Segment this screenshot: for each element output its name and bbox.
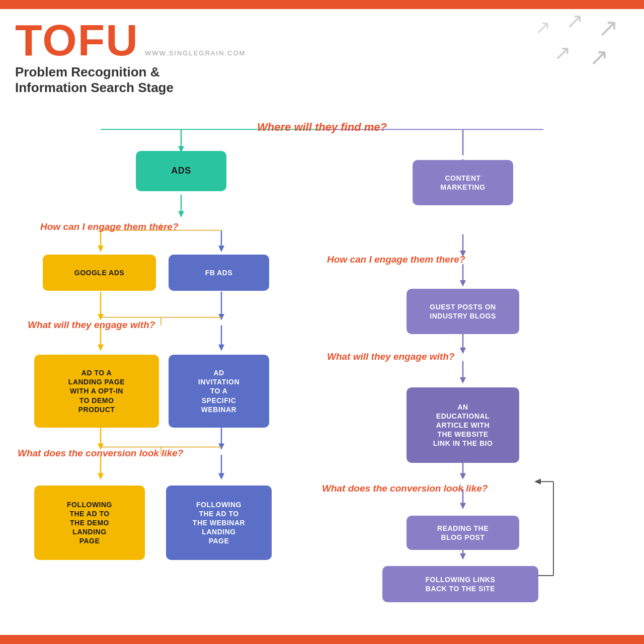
right-q3: What does the conversion look like?: [322, 483, 488, 494]
center-question: Where will they find me?: [257, 121, 387, 134]
demo-landing-box: FOLLOWINGTHE AD TOTHE DEMOLANDINGPAGE: [34, 486, 145, 560]
deco-arrow-3: ↙: [535, 18, 551, 40]
guest-posts-box: GUEST POSTS ONINDUSTRY BLOGS: [407, 289, 519, 334]
demo-landing-label: FOLLOWINGTHE AD TOTHE DEMOLANDINGPAGE: [67, 500, 112, 546]
webinar-landing-label: FOLLOWINGTHE AD TOTHE WEBINARLANDINGPAGE: [193, 500, 245, 546]
svg-marker-9: [98, 246, 104, 252]
top-bar: [0, 0, 644, 9]
left-q3: What does the conversion look like?: [18, 448, 183, 459]
svg-marker-46: [460, 473, 466, 480]
svg-marker-54: [534, 478, 541, 485]
content-marketing-box: CONTENTMARKETING: [413, 160, 513, 205]
svg-marker-50: [460, 553, 466, 560]
svg-marker-48: [460, 503, 466, 509]
ads-label: ADS: [171, 165, 191, 177]
svg-marker-11: [218, 246, 224, 252]
svg-marker-21: [98, 345, 104, 351]
guest-posts-label: GUEST POSTS ONINDUSTRY BLOGS: [430, 302, 496, 320]
webinar-invite-box: ADINVITATIONTO ASPECIFICWEBINAR: [169, 355, 269, 428]
bottom-bar: [0, 635, 644, 644]
tofu-title: TOFU: [15, 18, 139, 62]
svg-marker-17: [218, 314, 224, 320]
deco-arrow-5: ↙: [554, 43, 571, 66]
left-q1: How can I engage them there?: [40, 221, 179, 232]
following-links-box: FOLLOWING LINKSBACK TO THE SITE: [382, 566, 538, 602]
website-url: WWW.SINGLEGRAIN.COM: [145, 49, 246, 57]
svg-marker-42: [460, 348, 466, 354]
following-links-label: FOLLOWING LINKSBACK TO THE SITE: [426, 575, 496, 593]
reading-blog-label: READING THEBLOG POST: [437, 524, 489, 542]
webinar-invite-label: ADINVITATIONTO ASPECIFICWEBINAR: [198, 368, 239, 414]
right-q1: How can I engage them there?: [327, 254, 465, 265]
landing-page-label: AD TO ALANDING PAGEWITH A OPT-INTO DEMOP…: [68, 368, 125, 414]
landing-page-box: AD TO ALANDING PAGEWITH A OPT-INTO DEMOP…: [34, 355, 159, 428]
right-q2: What will they engage with?: [327, 351, 454, 362]
svg-marker-27: [218, 444, 224, 450]
svg-marker-7: [178, 211, 184, 217]
reading-blog-box: READING THEBLOG POST: [407, 516, 519, 550]
google-ads-label: GOOGLE ADS: [74, 268, 124, 277]
fb-ads-box: FB ADS: [169, 255, 269, 291]
svg-marker-23: [218, 345, 224, 351]
svg-marker-44: [460, 377, 466, 384]
educational-article-box: ANEDUCATIONALARTICLE WITHTHE WEBSITELINK…: [407, 387, 519, 463]
google-ads-box: GOOGLE ADS: [43, 255, 156, 291]
ads-box: ADS: [136, 151, 226, 191]
webinar-landing-box: FOLLOWINGTHE AD TOTHE WEBINARLANDINGPAGE: [166, 486, 272, 560]
educational-article-label: ANEDUCATIONALARTICLE WITHTHE WEBSITELINK…: [433, 403, 493, 448]
left-q2: What will they engage with?: [28, 319, 155, 331]
deco-arrow-4: ↙: [589, 45, 609, 72]
deco-arrows: ↙ ↙ ↙ ↙ ↙: [513, 10, 624, 91]
deco-arrow-1: ↙: [598, 15, 619, 44]
deco-arrow-2: ↙: [566, 10, 584, 35]
fb-ads-label: FB ADS: [205, 268, 233, 277]
svg-marker-33: [218, 473, 224, 480]
content-marketing-label: CONTENTMARKETING: [440, 174, 485, 192]
svg-marker-31: [98, 473, 104, 480]
main-content: Where will they find me? ADS How can I e…: [0, 106, 644, 635]
svg-marker-40: [460, 280, 466, 287]
